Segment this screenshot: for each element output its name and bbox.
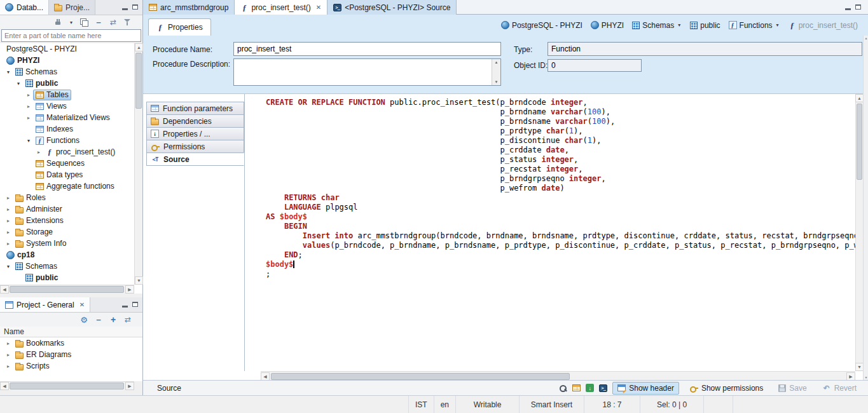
side-tab-function-parameters[interactable]: Function parameters (146, 102, 244, 115)
breadcrumb-item-phyzi[interactable]: PHYZI (591, 21, 624, 30)
tree-item-cp18[interactable]: cp18 (0, 249, 134, 261)
side-tab-properties[interactable]: Properties / ... (146, 127, 244, 140)
scroll-left-icon[interactable]: ◀ (0, 285, 9, 294)
chevron-down-icon[interactable] (677, 21, 682, 30)
type-input[interactable] (548, 42, 862, 56)
tree-item-views[interactable]: ▸Views (0, 100, 134, 112)
tree-item-proc-insert-test[interactable]: ▸proc_insert_test() (0, 146, 134, 158)
navigator-tab-proje[interactable]: Proje... (49, 0, 95, 15)
procedure-description-input[interactable]: ▲▼ (233, 58, 501, 86)
scrollbar-thumb[interactable] (10, 383, 124, 389)
side-tab-permissions[interactable]: Permissions (146, 140, 244, 153)
toolbar-button-link-with-editor[interactable] (109, 18, 118, 27)
footer-icon-save-to-file[interactable] (586, 384, 594, 392)
minimize-view-icon[interactable] (120, 2, 130, 12)
tree-item-scripts[interactable]: ▸Scripts (0, 360, 142, 372)
tree-item-roles[interactable]: ▸Roles (0, 192, 134, 203)
tree-item-schemas[interactable]: ▾Schemas (0, 261, 134, 272)
toolbar-button-dropdown-caret[interactable] (69, 18, 74, 27)
editor-tab-postgresql-phyzi-source[interactable]: <PostgreSQL - PHYZI> Source (327, 0, 457, 15)
editor-tab-arc-mmstbrndgroup[interactable]: arc_mmstbrndgroup (143, 0, 235, 15)
expand-arrow-icon[interactable]: ▸ (4, 352, 13, 358)
breadcrumb-item-public[interactable]: public (690, 21, 720, 30)
scroll-down-icon[interactable]: ▼ (864, 376, 868, 379)
tree-item-schemas[interactable]: ▾Schemas (0, 66, 134, 78)
expand-arrow-icon[interactable]: ▸ (24, 115, 33, 121)
tree-item-tables[interactable]: ▸Tables (0, 89, 134, 100)
navigator-tab-datab[interactable]: Datab... (0, 0, 49, 15)
expand-arrow-icon[interactable]: ▸ (4, 207, 13, 212)
tree-item-er-diagrams[interactable]: ▸ER Diagrams (0, 349, 142, 360)
scrollbar-thumb[interactable] (135, 53, 142, 109)
sql-code[interactable]: CREATE OR REPLACE FUNCTION public.proc_i… (245, 94, 855, 371)
tree-item-sequences[interactable]: Sequences (0, 158, 134, 169)
footer-button-revert[interactable]: Revert (817, 382, 862, 395)
scroll-right-icon[interactable]: ▶ (125, 285, 134, 294)
breadcrumb-item-postgresql-phyzi[interactable]: PostgreSQL - PHYZI (501, 21, 582, 30)
breadcrumb-item-proc-insert-test[interactable]: proc_insert_test() (789, 21, 858, 30)
toolbar-button-filter[interactable] (123, 18, 132, 27)
maximize-view-icon[interactable] (130, 299, 140, 309)
source-horizontal-scrollbar[interactable]: ◀ ▶ (261, 371, 855, 381)
scroll-up-icon[interactable]: ▲ (864, 36, 868, 40)
tree-item-materialized-views[interactable]: ▸Materialized Views (0, 112, 134, 123)
procedure-name-input[interactable] (233, 42, 501, 56)
collapse-arrow-icon[interactable]: ▾ (4, 69, 13, 75)
scroll-down-icon[interactable]: ▼ (135, 276, 143, 285)
tree-item-phyzi[interactable]: PHYZI (0, 55, 134, 66)
description-scrollbar[interactable]: ▲▼ (492, 59, 500, 85)
table-name-filter-input[interactable] (1, 29, 141, 42)
expand-arrow-icon[interactable]: ▸ (4, 241, 13, 247)
page-vertical-scrollbar[interactable]: ▲ ▼ (863, 36, 868, 380)
tree-item-aggregate-functions[interactable]: Aggregate functions (0, 180, 134, 192)
close-icon[interactable]: ✕ (79, 301, 85, 308)
toolbar-button-expand-all[interactable] (109, 315, 118, 324)
expand-arrow-icon[interactable]: ▸ (4, 218, 13, 224)
minimize-view-icon[interactable] (120, 299, 130, 309)
expand-arrow-icon[interactable]: ▸ (24, 104, 33, 109)
collapse-arrow-icon[interactable]: ▾ (14, 81, 23, 86)
toolbar-button-collapse-all[interactable] (94, 18, 103, 27)
expand-arrow-icon[interactable]: ▸ (4, 363, 13, 369)
tree-item-public[interactable]: ▾public (0, 78, 134, 89)
tree-item-postgresql-phyzi[interactable]: PostgreSQL - PHYZI (0, 43, 134, 55)
scroll-up-icon[interactable]: ▲ (495, 60, 499, 64)
scrollbar-thumb[interactable] (271, 373, 570, 380)
sql-source-editor[interactable]: CREATE OR REPLACE FUNCTION public.proc_i… (244, 94, 855, 371)
project-horizontal-scrollbar[interactable]: ◀ ▶ (0, 381, 134, 390)
tree-item-functions[interactable]: ▾Functions (0, 135, 134, 146)
breadcrumb-item-functions[interactable]: Functions (729, 21, 780, 30)
footer-button-save[interactable]: Save (773, 382, 811, 395)
toolbar-button-new-editor-window[interactable] (79, 18, 88, 27)
expand-arrow-icon[interactable]: ▸ (4, 195, 13, 201)
scroll-up-icon[interactable]: ▲ (135, 43, 143, 51)
expand-arrow-icon[interactable]: ▸ (4, 229, 13, 235)
side-tab-dependencies[interactable]: Dependencies (146, 114, 244, 128)
breadcrumb-item-schemas[interactable]: Schemas (632, 21, 682, 30)
scroll-left-icon[interactable]: ◀ (0, 382, 9, 390)
tree-item-data-types[interactable]: Data types (0, 169, 134, 180)
tree-item-extensions[interactable]: ▸Extensions (0, 215, 134, 226)
toolbar-button-collapse-all[interactable] (94, 315, 103, 324)
tree-item-bookmarks[interactable]: ▸Bookmarks (0, 337, 142, 349)
tree-item-public[interactable]: public (0, 272, 134, 283)
footer-button-show-permissions[interactable]: Show permissions (684, 382, 768, 395)
collapse-arrow-icon[interactable]: ▾ (4, 264, 13, 269)
expand-arrow-icon[interactable]: ▸ (24, 92, 33, 98)
chevron-down-icon[interactable] (775, 21, 780, 30)
footer-button-show-header[interactable]: Show header (612, 382, 679, 395)
scrollbar-thumb[interactable] (10, 286, 124, 293)
toolbar-button-settings-gear[interactable] (79, 315, 88, 324)
footer-icon-layout-grid[interactable] (572, 384, 581, 391)
editor-tab-proc-insert-test[interactable]: proc_insert_test()✕ (235, 0, 327, 15)
expand-arrow-icon[interactable]: ▸ (4, 341, 13, 346)
object-id-input[interactable] (548, 59, 642, 72)
collapse-arrow-icon[interactable]: ▾ (24, 138, 33, 144)
minimize-icon[interactable] (843, 2, 853, 12)
maximize-icon[interactable] (853, 2, 863, 12)
side-tab-source[interactable]: Source (146, 152, 244, 166)
tree-item-storage[interactable]: ▸Storage (0, 226, 134, 238)
scroll-down-icon[interactable]: ▼ (495, 80, 499, 84)
toolbar-button-link-with-editor[interactable] (123, 315, 132, 324)
source-vertical-scrollbar[interactable]: ▲ ▼ (855, 94, 863, 371)
